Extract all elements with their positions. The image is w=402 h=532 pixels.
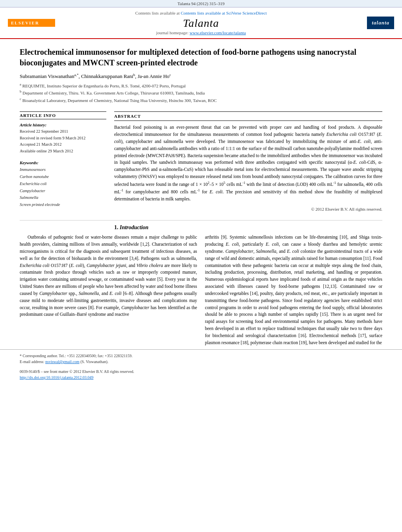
- footnote-email: E-mail address: nsviswal@gmail.com (S. V…: [20, 359, 382, 365]
- date-online: Available online 29 March 2012: [20, 148, 106, 155]
- intro-two-col: Outbreaks of pathogenic food or water-bo…: [0, 234, 402, 349]
- article-info-column: ARTICLE INFO Article history: Received 2…: [20, 111, 106, 213]
- abstract-heading: ABSTRACT: [114, 111, 382, 121]
- email-link[interactable]: nsviswal@gmail.com: [45, 360, 80, 364]
- article-info-abstract-section: ARTICLE INFO Article history: Received 2…: [0, 108, 402, 217]
- intro-paragraph-2: arthritis [9]. Systemic salmonellosis in…: [205, 234, 383, 346]
- keyword-1: Immunosensors: [20, 166, 106, 173]
- contents-available: Contents lists available at Contents lis…: [55, 11, 347, 15]
- abstract-column: ABSTRACT Bacterial food poisoning is an …: [114, 111, 382, 213]
- affiliation-a: a REQUIMTE, Instituto Superior de Engenh…: [20, 82, 382, 89]
- article-info-heading: ARTICLE INFO: [20, 111, 106, 119]
- intro-left-para: Outbreaks of pathogenic food or water-bo…: [20, 234, 197, 349]
- article-dates: Received 22 September 2011 Received in r…: [20, 128, 106, 155]
- journal-title: Talanta: [55, 17, 347, 30]
- elsevier-logo-area: ELSEVIER: [8, 19, 55, 27]
- section-divider: [20, 220, 382, 221]
- keyword-5: Salmonella: [20, 194, 106, 201]
- intro-paragraph-1: Outbreaks of pathogenic food or water-bo…: [20, 234, 197, 318]
- affiliation-c: c Bioanalytical Laboratory, Department o…: [20, 96, 382, 104]
- footnote-area: * Corresponding author. Tel.: +351 22283…: [0, 349, 402, 367]
- footnote-star-text: * Corresponding author. Tel.: +351 22283…: [20, 354, 132, 358]
- date-revised: Received in revised form 9 March 2012: [20, 135, 106, 142]
- keyword-4: Campylobacter: [20, 187, 106, 195]
- elsevier-logo: ELSEVIER: [8, 19, 55, 27]
- authors-text: Subramanian Viswanathana,*, Chinnakkarup…: [20, 73, 171, 79]
- journal-header: ELSEVIER Contents lists available at Con…: [0, 7, 402, 39]
- introduction-heading: 1. Introduction: [114, 224, 382, 231]
- keyword-6: Screen printed electrode: [20, 201, 106, 208]
- date-received: Received 22 September 2011: [20, 128, 106, 135]
- copyright: © 2012 Elsevier B.V. All rights reserved…: [114, 206, 382, 213]
- article-header: Electrochemical immunosensor for multipl…: [0, 39, 402, 108]
- intro-right-para: arthritis [9]. Systemic salmonellosis in…: [205, 234, 383, 349]
- keyword-3: Escherichia coli: [20, 180, 106, 187]
- body-content: 1. Introduction: [0, 224, 402, 234]
- journal-homepage: journal homepage: www.elsevier.com/locat…: [55, 30, 347, 35]
- keywords-label: Keywords:: [20, 160, 106, 165]
- citation-text: Talanta 94 (2012) 315–319: [178, 1, 224, 6]
- issn-line: 0039-9140/$ – see front matter © 2012 El…: [20, 369, 382, 374]
- keyword-2: Carbon nanotube: [20, 173, 106, 180]
- homepage-link[interactable]: www.elsevier.com/locate/talanta: [190, 30, 246, 35]
- doi-link[interactable]: http://dx.doi.org/10.1016/j.talanta.2012…: [20, 375, 93, 380]
- section-number: 1.: [114, 224, 119, 230]
- talanta-logo-area: talanta: [347, 17, 394, 29]
- doi-line: http://dx.doi.org/10.1016/j.talanta.2012…: [20, 374, 382, 380]
- keywords-list: Immunosensors Carbon nanotube Escherichi…: [20, 166, 106, 208]
- affiliations: a REQUIMTE, Instituto Superior de Engenh…: [20, 82, 382, 103]
- date-accepted: Accepted 21 March 2012: [20, 141, 106, 148]
- article-history-label: Article history:: [20, 122, 106, 127]
- email-person: (S. Viswanathan).: [80, 360, 108, 364]
- email-label: E-mail address:: [20, 360, 44, 364]
- section-title-text: Introduction: [120, 224, 148, 230]
- sciverse-link[interactable]: Contents lists available at SciVerse Sci…: [181, 11, 267, 15]
- abstract-text: Bacterial food poisoning is an ever-pres…: [114, 124, 382, 203]
- body-left-column: [20, 224, 106, 234]
- keywords-section: Keywords: Immunosensors Carbon nanotube …: [20, 160, 106, 208]
- footnote-star: * Corresponding author. Tel.: +351 22283…: [20, 353, 382, 359]
- bottom-bar: 0039-9140/$ – see front matter © 2012 El…: [0, 367, 402, 382]
- citation-bar: Talanta 94 (2012) 315–319: [0, 0, 402, 7]
- article-title: Electrochemical immunosensor for multipl…: [20, 47, 382, 68]
- affiliation-b: b Department of Chemistry, Thiru. Vi. Ka…: [20, 89, 382, 96]
- body-right-column: 1. Introduction: [114, 224, 382, 234]
- article-authors: Subramanian Viswanathana,*, Chinnakkarup…: [20, 73, 382, 80]
- talanta-logo: talanta: [367, 17, 394, 29]
- journal-title-area: Contents lists available at Contents lis…: [55, 11, 347, 35]
